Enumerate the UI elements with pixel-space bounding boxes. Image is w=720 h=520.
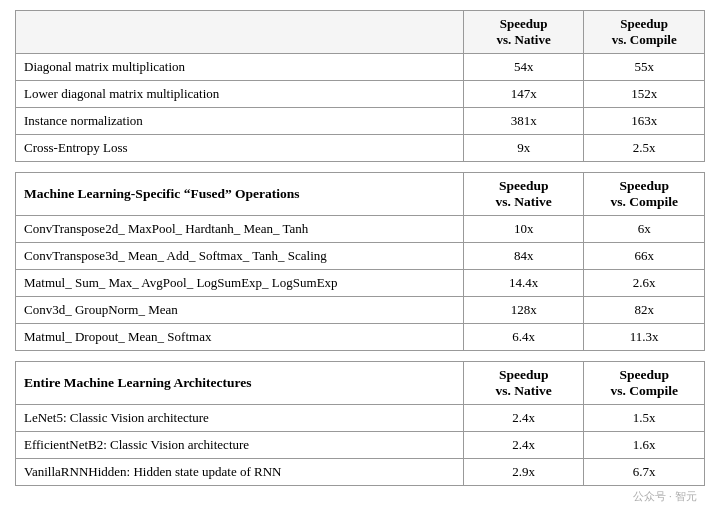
main-table: Speedupvs. Native Speedupvs. Compile Dia…	[15, 10, 705, 509]
section-header-2: Entire Machine Learning Architectures Sp…	[16, 362, 705, 405]
speedup-native-cell: 381x	[463, 108, 584, 135]
speedup-native-cell: 2.4x	[463, 405, 584, 432]
speedup-compile-cell: 2.5x	[584, 135, 705, 162]
speedup-native-cell: 2.9x	[463, 459, 584, 486]
operation-cell: Conv3d_ GroupNorm_ Mean	[16, 297, 464, 324]
speedup-compile-cell: 66x	[584, 243, 705, 270]
section-header-1: Machine Learning-Specific “Fused” Operat…	[16, 173, 705, 216]
section-native-header-1: Speedupvs. Native	[463, 173, 584, 216]
speedup-compile-cell: 1.5x	[584, 405, 705, 432]
operation-cell: Matmul_ Dropout_ Mean_ Softmax	[16, 324, 464, 351]
speedup-compile-cell: 55x	[584, 54, 705, 81]
speedup-compile-cell: 6x	[584, 216, 705, 243]
operation-cell: Instance normalization	[16, 108, 464, 135]
table-row: Instance normalization 381x 163x	[16, 108, 705, 135]
operation-cell: EfficientNetB2: Classic Vision architect…	[16, 432, 464, 459]
col-operations-header	[16, 11, 464, 54]
speedup-native-cell: 54x	[463, 54, 584, 81]
operation-cell: Diagonal matrix multiplication	[16, 54, 464, 81]
table-row: VanillaRNNHidden: Hidden state update of…	[16, 459, 705, 486]
watermark-text: 公众号 · 智元	[633, 490, 696, 502]
speedup-compile-cell: 11.3x	[584, 324, 705, 351]
section-native-header-2: Speedupvs. Native	[463, 362, 584, 405]
section-compile-header-2: Speedupvs. Compile	[584, 362, 705, 405]
speedup-native-cell: 147x	[463, 81, 584, 108]
speedup-native-cell: 128x	[463, 297, 584, 324]
section-title-2: Entire Machine Learning Architectures	[16, 362, 464, 405]
section-title-1: Machine Learning-Specific “Fused” Operat…	[16, 173, 464, 216]
table-row: ConvTranspose2d_ MaxPool_ Hardtanh_ Mean…	[16, 216, 705, 243]
table-row: Cross-Entropy Loss 9x 2.5x	[16, 135, 705, 162]
speedup-native-cell: 84x	[463, 243, 584, 270]
watermark-row: 公众号 · 智元	[16, 486, 705, 510]
speedup-compile-cell: 1.6x	[584, 432, 705, 459]
table-row: Matmul_ Sum_ Max_ AvgPool_ LogSumExp_ Lo…	[16, 270, 705, 297]
speedup-compile-cell: 2.6x	[584, 270, 705, 297]
speedup-compile-cell: 6.7x	[584, 459, 705, 486]
speedup-compile-cell: 163x	[584, 108, 705, 135]
operation-cell: ConvTranspose3d_ Mean_ Add_ Softmax_ Tan…	[16, 243, 464, 270]
col-speedup-native-header: Speedupvs. Native	[463, 11, 584, 54]
speedup-native-cell: 14.4x	[463, 270, 584, 297]
table-row: Lower diagonal matrix multiplication 147…	[16, 81, 705, 108]
table-row: LeNet5: Classic Vision architecture 2.4x…	[16, 405, 705, 432]
table-row: ConvTranspose3d_ Mean_ Add_ Softmax_ Tan…	[16, 243, 705, 270]
operation-cell: VanillaRNNHidden: Hidden state update of…	[16, 459, 464, 486]
section-compile-header-1: Speedupvs. Compile	[584, 173, 705, 216]
table-row: Diagonal matrix multiplication 54x 55x	[16, 54, 705, 81]
table-row: EfficientNetB2: Classic Vision architect…	[16, 432, 705, 459]
speedup-native-cell: 9x	[463, 135, 584, 162]
operation-cell: LeNet5: Classic Vision architecture	[16, 405, 464, 432]
speedup-native-cell: 10x	[463, 216, 584, 243]
table-row: Conv3d_ GroupNorm_ Mean 128x 82x	[16, 297, 705, 324]
operation-cell: Lower diagonal matrix multiplication	[16, 81, 464, 108]
speedup-compile-cell: 152x	[584, 81, 705, 108]
speedup-native-cell: 2.4x	[463, 432, 584, 459]
operation-cell: Matmul_ Sum_ Max_ AvgPool_ LogSumExp_ Lo…	[16, 270, 464, 297]
speedup-native-cell: 6.4x	[463, 324, 584, 351]
operation-cell: Cross-Entropy Loss	[16, 135, 464, 162]
table-row: Matmul_ Dropout_ Mean_ Softmax 6.4x 11.3…	[16, 324, 705, 351]
speedup-compile-cell: 82x	[584, 297, 705, 324]
col-speedup-compile-header: Speedupvs. Compile	[584, 11, 705, 54]
operation-cell: ConvTranspose2d_ MaxPool_ Hardtanh_ Mean…	[16, 216, 464, 243]
